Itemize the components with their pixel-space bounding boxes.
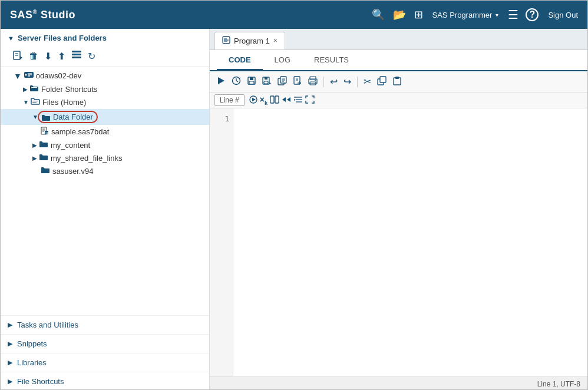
svg-rect-34 (265, 77, 267, 80)
file-tree: ▼ odaws02-dev ▶ Folder Shortcuts ▼ (1, 67, 209, 193)
play-icon[interactable] (249, 95, 257, 105)
editor-toolbar2: Line # ×k (210, 92, 587, 108)
new-file-icon[interactable] (12, 51, 23, 61)
print-icon[interactable] (306, 75, 319, 89)
svg-rect-32 (249, 81, 254, 84)
file-shortcuts-label: File Shortcuts (17, 377, 64, 386)
copy-path-icon[interactable] (276, 75, 289, 89)
tree-item-sample-file[interactable]: SAS sample.sas7bdat (1, 125, 209, 138)
tree-item-my-content[interactable]: ▶ my_content (1, 138, 209, 151)
svg-marker-59 (282, 97, 286, 102)
folder-shortcuts-arrow: ▶ (23, 86, 28, 92)
tree-item-root[interactable]: ▼ odaws02-dev (1, 69, 209, 82)
files-home-icon (31, 97, 40, 107)
expand-right-icon[interactable] (282, 95, 291, 105)
tasks-section[interactable]: ▶ Tasks and Utilities (1, 315, 209, 334)
fullscreen-icon[interactable] (305, 95, 315, 105)
program1-tab-label: Program 1 (234, 37, 270, 45)
user-label: SAS Programmer (432, 11, 493, 19)
svg-rect-14 (32, 103, 37, 103)
app-logo: SAS® Studio (10, 9, 75, 21)
redo-icon[interactable]: ↪ (342, 75, 353, 88)
editor-content[interactable] (233, 108, 587, 376)
file-shortcuts-section[interactable]: ▶ File Shortcuts (1, 372, 209, 390)
tree-item-folder-shortcuts[interactable]: ▶ Folder Shortcuts (1, 82, 209, 95)
file-shortcuts-arrow: ▶ (8, 378, 12, 385)
tab-code[interactable]: CODE (217, 51, 263, 71)
copy-icon[interactable] (375, 75, 388, 89)
svg-rect-52 (380, 77, 386, 82)
upload-icon[interactable]: ⬆ (58, 51, 65, 62)
program1-tab[interactable]: Program 1 × (214, 32, 285, 49)
save-icon[interactable] (245, 75, 258, 89)
download-icon[interactable]: ⬇ (44, 51, 52, 62)
cut-icon[interactable]: ✂ (362, 75, 373, 88)
refresh-icon[interactable]: ↻ (88, 51, 95, 62)
user-menu[interactable]: SAS Programmer ▾ (432, 11, 499, 19)
column-icon[interactable] (270, 95, 279, 105)
format-icon[interactable]: ×k (260, 95, 267, 106)
svg-rect-6 (72, 57, 81, 58)
files-home-arrow: ▼ (23, 99, 29, 105)
svg-marker-25 (218, 77, 224, 84)
program-tab-icon (222, 36, 230, 46)
save-as-icon[interactable]: + (260, 75, 273, 89)
menu-icon[interactable]: ☰ (508, 8, 518, 22)
list-view-icon[interactable] (71, 49, 82, 62)
tab-log[interactable]: LOG (263, 51, 302, 71)
svg-point-8 (25, 74, 27, 76)
tree-item-files-home[interactable]: ▼ Files (Home) (1, 95, 209, 109)
tab-close-button[interactable]: × (273, 37, 278, 45)
run-icon[interactable] (214, 75, 227, 89)
file-toolbar: 🗑 ⬇ ⬆ ↻ (1, 47, 209, 67)
open-folder-icon[interactable]: 📂 (393, 8, 406, 21)
data-folder-label: Data Folder (53, 113, 93, 121)
import-icon[interactable] (291, 75, 304, 89)
user-menu-chevron: ▾ (495, 12, 498, 18)
search-icon[interactable]: 🔍 (372, 8, 385, 21)
file-icon: SAS (41, 127, 49, 137)
svg-marker-60 (287, 97, 290, 102)
my-shared-label: my_shared_file_links (51, 154, 122, 163)
help-icon[interactable]: ? (526, 8, 539, 21)
svg-rect-31 (250, 77, 253, 80)
folder-shortcuts-icon (29, 84, 39, 94)
svg-rect-12 (31, 87, 37, 88)
content-tabs: CODE LOG RESULTS (210, 50, 587, 71)
tasks-arrow: ▶ (8, 321, 12, 329)
grid-icon[interactable]: ⊞ (414, 8, 423, 21)
svg-text:+: + (269, 81, 271, 85)
my-content-label: my_content (51, 141, 90, 150)
svg-marker-3 (20, 56, 22, 60)
svg-marker-56 (252, 98, 256, 101)
svg-rect-13 (32, 101, 38, 101)
editor-area: 1 (210, 108, 587, 376)
top-right-icons: ☰ ? (508, 8, 539, 22)
tree-item-data-folder[interactable]: ▼ Data Folder (1, 109, 209, 125)
server-files-header[interactable]: ▼ Server Files and Folders (1, 29, 209, 47)
libraries-arrow: ▶ (8, 359, 12, 366)
svg-rect-57 (270, 96, 274, 103)
tree-item-sasuser[interactable]: sasuser.v94 (1, 164, 209, 177)
top-icons: 🔍 📂 ⊞ (372, 8, 423, 21)
tree-item-my-shared[interactable]: ▶ my_shared_file_links (1, 151, 209, 164)
snippets-section[interactable]: ▶ Snippets (1, 334, 209, 353)
app-title-suffix: Studio (37, 9, 75, 21)
status-bar: Line 1, UTF-8 (210, 376, 587, 390)
libraries-section[interactable]: ▶ Libraries (1, 353, 209, 372)
files-home-label: Files (Home) (42, 98, 86, 107)
undo-icon[interactable]: ↩ (328, 75, 339, 88)
paste-icon[interactable] (391, 75, 404, 89)
tab-results[interactable]: RESULTS (302, 51, 361, 71)
line-numbers: 1 (210, 108, 233, 376)
signout-button[interactable]: Sign Out (548, 11, 578, 19)
my-content-arrow: ▶ (32, 142, 37, 148)
indent-icon[interactable] (293, 95, 303, 105)
svg-rect-5 (72, 54, 81, 55)
svg-text:SAS: SAS (45, 131, 49, 134)
data-folder-icon (41, 113, 51, 121)
folder-shortcuts-label: Folder Shortcuts (41, 85, 97, 94)
server-files-label: Server Files and Folders (18, 34, 107, 42)
schedule-icon[interactable] (230, 75, 243, 88)
delete-icon[interactable]: 🗑 (29, 51, 38, 61)
